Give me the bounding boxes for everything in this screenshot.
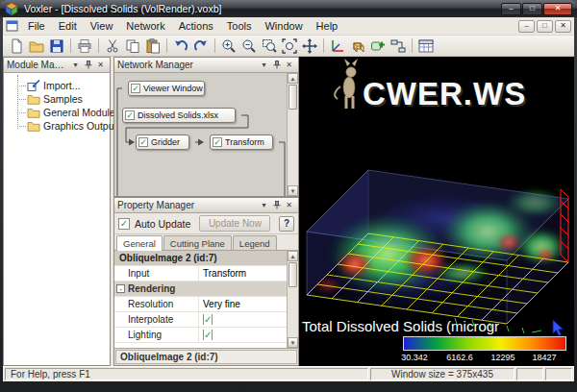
node-dissolved-solids[interactable]: ✓ Dissolved Solids.xlsx bbox=[122, 108, 236, 123]
menu-view[interactable]: View bbox=[84, 18, 120, 34]
checkbox-checked-icon[interactable]: ✓ bbox=[131, 84, 140, 93]
menu-window[interactable]: Window bbox=[258, 18, 309, 34]
property-manager-header[interactable]: Property Manager ▾ ✕ bbox=[114, 198, 298, 213]
mdi-minimize-button[interactable]: – bbox=[518, 20, 535, 33]
menu-tools[interactable]: Tools bbox=[220, 18, 259, 34]
help-button[interactable]: ? bbox=[279, 216, 294, 232]
view-network-icon[interactable] bbox=[389, 37, 408, 55]
tab-legend[interactable]: Legend bbox=[233, 235, 277, 250]
view-worksheet-icon[interactable] bbox=[416, 37, 436, 55]
network-scrollbar[interactable]: ▲ ▼ bbox=[287, 73, 298, 196]
pin-icon[interactable] bbox=[270, 200, 283, 211]
pan-icon[interactable] bbox=[300, 37, 319, 55]
zoom-all-icon[interactable] bbox=[280, 37, 299, 55]
menu-edit[interactable]: Edit bbox=[52, 18, 84, 34]
scroll-down-button[interactable]: ▼ bbox=[288, 337, 298, 348]
import-icon bbox=[27, 80, 40, 91]
panel-menu-icon[interactable]: ▾ bbox=[258, 200, 270, 211]
redo-icon[interactable] bbox=[191, 37, 211, 55]
tab-cutting-plane[interactable]: Cutting Plane bbox=[163, 235, 232, 250]
status-bar: For Help, press F1 Window size = 375x435 bbox=[3, 366, 574, 381]
mdi-restore-button[interactable]: □ bbox=[537, 20, 553, 33]
module-tree[interactable]: Import... Samples General Modules Graphi… bbox=[4, 73, 110, 365]
property-row-lighting[interactable]: Lighting ✓ bbox=[114, 328, 298, 343]
module-manager-header[interactable]: Module Manager ▾ ✕ bbox=[4, 58, 110, 73]
title-bar[interactable]: Voxler - [Dissolved Solids (VolRender).v… bbox=[0, 0, 577, 17]
zoom-in-icon[interactable] bbox=[219, 37, 238, 55]
module-manager-panel: Module Manager ▾ ✕ Import... Samples bbox=[3, 57, 111, 366]
print-icon[interactable] bbox=[75, 37, 94, 55]
checkbox-checked-icon[interactable]: ✓ bbox=[125, 110, 135, 120]
property-name: Resolution bbox=[114, 297, 199, 311]
add-module-icon[interactable] bbox=[368, 37, 388, 55]
open-file-icon[interactable] bbox=[27, 37, 46, 55]
scroll-thumb[interactable] bbox=[288, 262, 297, 287]
node-gridder[interactable]: ✓ Gridder bbox=[136, 135, 189, 150]
property-section-rendering[interactable]: - Rendering bbox=[114, 282, 298, 297]
checkbox-checked-icon[interactable]: ✓ bbox=[138, 137, 148, 147]
cut-icon[interactable] bbox=[103, 37, 122, 55]
property-object-row[interactable]: ObliqueImage 2 (id:7) bbox=[114, 251, 298, 266]
pin-icon[interactable] bbox=[82, 60, 94, 71]
minimize-button[interactable]: – bbox=[501, 3, 521, 15]
undo-icon[interactable] bbox=[171, 37, 190, 55]
property-value[interactable]: Very fine bbox=[199, 299, 286, 309]
checkbox-checked-icon[interactable]: ✓ bbox=[203, 330, 213, 340]
document-icon[interactable] bbox=[6, 20, 19, 33]
scroll-down-button[interactable]: ▼ bbox=[288, 185, 298, 196]
menu-actions[interactable]: Actions bbox=[172, 18, 220, 34]
new-file-icon[interactable] bbox=[7, 37, 26, 55]
scroll-up-button[interactable]: ▲ bbox=[288, 73, 298, 84]
property-manager-panel: Property Manager ▾ ✕ ✓ Auto Update Updat… bbox=[113, 197, 299, 366]
toolbar-separator bbox=[412, 38, 413, 53]
collapse-icon[interactable]: - bbox=[116, 284, 125, 293]
node-viewer-window[interactable]: ✓ Viewer Window bbox=[128, 81, 205, 96]
network-manager-header[interactable]: Network Manager ▾ ✕ bbox=[114, 58, 298, 73]
node-label: Transform bbox=[225, 137, 264, 147]
panel-menu-icon[interactable]: ▾ bbox=[258, 60, 270, 71]
viewer-window-3d[interactable]: CWER.WS CWER.WS bbox=[299, 57, 574, 366]
paste-icon[interactable] bbox=[143, 37, 163, 55]
legend-colorbar bbox=[403, 336, 566, 351]
update-now-button[interactable]: Update Now bbox=[199, 215, 270, 232]
property-scrollbar[interactable]: ▲ ▼ bbox=[287, 251, 298, 348]
scroll-up-button[interactable]: ▲ bbox=[288, 251, 298, 261]
tree-item-general-modules[interactable]: General Modules bbox=[4, 106, 110, 119]
auto-update-checkbox[interactable]: ✓ bbox=[118, 218, 130, 230]
menu-file[interactable]: File bbox=[21, 18, 52, 34]
mdi-close-button[interactable]: ✕ bbox=[555, 20, 571, 33]
maximize-button[interactable]: □ bbox=[522, 3, 542, 15]
tree-item-graphics-output[interactable]: Graphics Output bbox=[4, 119, 110, 133]
tree-item-samples[interactable]: Samples bbox=[4, 92, 110, 106]
checkbox-checked-icon[interactable]: ✓ bbox=[213, 137, 222, 147]
pin-icon[interactable] bbox=[270, 60, 283, 71]
close-icon[interactable]: ✕ bbox=[283, 60, 295, 71]
scroll-thumb[interactable] bbox=[288, 85, 297, 110]
voxler-window: Voxler - [Dissolved Solids (VolRender).v… bbox=[0, 0, 577, 392]
copy-icon[interactable] bbox=[123, 37, 142, 55]
app-icon bbox=[5, 3, 18, 15]
legend-tick: 30.342 bbox=[401, 353, 428, 362]
bounding-box-icon[interactable] bbox=[348, 37, 367, 55]
menu-help[interactable]: Help bbox=[310, 18, 345, 34]
status-help-text: For Help, press F1 bbox=[5, 368, 368, 380]
panel-menu-icon[interactable]: ▾ bbox=[69, 60, 82, 71]
axes-icon[interactable] bbox=[328, 37, 347, 55]
save-icon[interactable] bbox=[47, 37, 66, 55]
property-row-input[interactable]: Input Transform bbox=[114, 266, 298, 282]
property-grid[interactable]: ObliqueImage 2 (id:7) Input Transform - … bbox=[114, 251, 298, 348]
property-row-resolution[interactable]: Resolution Very fine bbox=[114, 297, 298, 312]
tab-general[interactable]: General bbox=[116, 235, 163, 251]
node-transform[interactable]: ✓ Transform bbox=[210, 135, 273, 150]
close-icon[interactable]: ✕ bbox=[283, 200, 295, 211]
close-icon[interactable]: ✕ bbox=[94, 60, 107, 71]
checkbox-checked-icon[interactable]: ✓ bbox=[203, 314, 213, 325]
zoom-box-icon[interactable] bbox=[260, 37, 279, 55]
tree-item-import[interactable]: Import... bbox=[4, 79, 110, 92]
property-row-interpolate[interactable]: Interpolate ✓ bbox=[114, 312, 298, 328]
property-value[interactable]: Transform bbox=[199, 268, 286, 279]
network-canvas[interactable]: ✓ Viewer Window ✓ Dissolved Solids.xlsx … bbox=[114, 73, 298, 196]
menu-network[interactable]: Network bbox=[119, 18, 171, 34]
zoom-out-icon[interactable] bbox=[239, 37, 259, 55]
close-button[interactable]: ✕ bbox=[543, 3, 572, 15]
